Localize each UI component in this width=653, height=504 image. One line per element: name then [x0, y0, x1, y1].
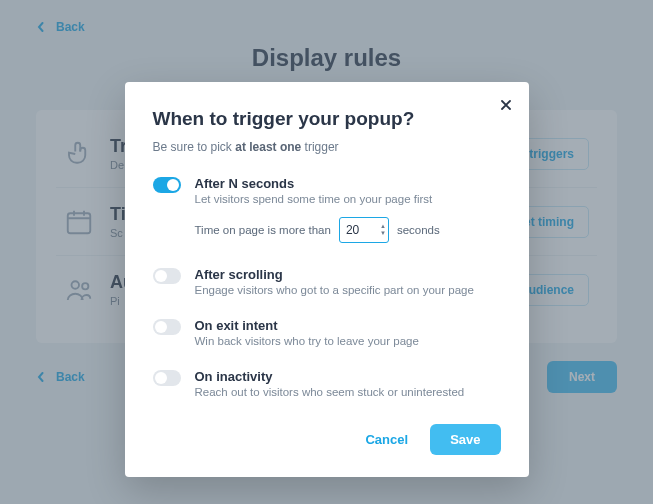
option-after-scrolling: After scrolling Engage visitors who got … [153, 259, 501, 302]
stepper-up-icon[interactable]: ▲ [380, 223, 386, 230]
option-desc: Let visitors spend some time on your pag… [195, 193, 501, 205]
toggle-inactivity[interactable] [153, 370, 181, 386]
close-icon [500, 99, 512, 111]
close-button[interactable] [497, 96, 515, 114]
config-suffix: seconds [397, 224, 440, 236]
option-inactivity: On inactivity Reach out to visitors who … [153, 361, 501, 404]
options-list: After N seconds Let visitors spend some … [153, 168, 501, 404]
option-exit-intent: On exit intent Win back visitors who try… [153, 310, 501, 353]
option-desc: Reach out to visitors who seem stuck or … [195, 386, 501, 398]
option-title: After scrolling [195, 267, 501, 282]
modal-hint: Be sure to pick at least one trigger [153, 140, 501, 154]
option-title: On exit intent [195, 318, 501, 333]
toggle-exit-intent[interactable] [153, 319, 181, 335]
modal-actions: Cancel Save [153, 424, 501, 455]
toggle-after-scrolling[interactable] [153, 268, 181, 284]
modal-hint-prefix: Be sure to pick [153, 140, 236, 154]
modal-title: When to trigger your popup? [153, 108, 501, 130]
modal-hint-suffix: trigger [301, 140, 338, 154]
trigger-modal: When to trigger your popup? Be sure to p… [125, 82, 529, 477]
option-title: After N seconds [195, 176, 501, 191]
toggle-after-n-seconds[interactable] [153, 177, 181, 193]
option-desc: Win back visitors who try to leave your … [195, 335, 501, 347]
config-prefix: Time on page is more than [195, 224, 331, 236]
option-config: Time on page is more than ▲ ▼ seconds [195, 217, 501, 243]
option-after-n-seconds: After N seconds Let visitors spend some … [153, 168, 501, 249]
modal-hint-bold: at least one [235, 140, 301, 154]
stepper-down-icon[interactable]: ▼ [380, 230, 386, 237]
cancel-button[interactable]: Cancel [353, 424, 420, 455]
option-title: On inactivity [195, 369, 501, 384]
modal-overlay: When to trigger your popup? Be sure to p… [0, 0, 653, 504]
save-button[interactable]: Save [430, 424, 500, 455]
option-desc: Engage visitors who got to a specific pa… [195, 284, 501, 296]
